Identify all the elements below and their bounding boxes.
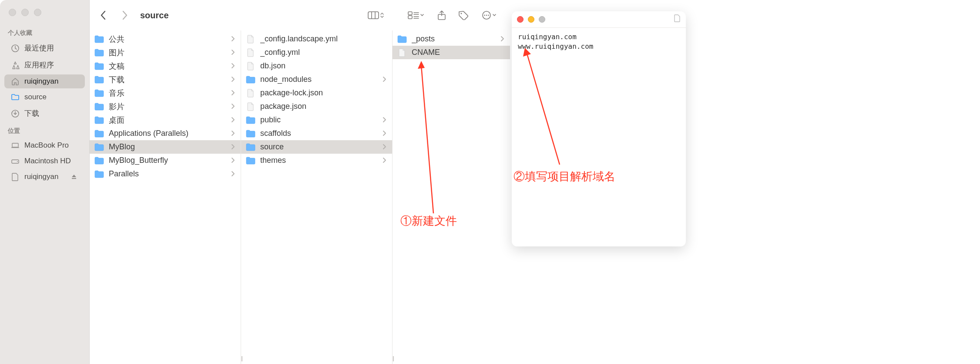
- chevron-right-icon: [383, 130, 386, 137]
- sidebar-item-volume[interactable]: ruiqingyan: [4, 170, 85, 184]
- svg-rect-7: [408, 16, 412, 19]
- forward-button[interactable]: [116, 7, 134, 24]
- chevron-right-icon: [231, 144, 235, 151]
- view-mode-button[interactable]: [363, 7, 389, 23]
- column-row[interactable]: 桌面: [90, 113, 241, 127]
- sidebar-item-applications[interactable]: 应用程序: [4, 57, 85, 73]
- file-icon: [245, 35, 256, 44]
- row-label: scaffolds: [260, 129, 378, 138]
- chevron-right-icon: [383, 157, 386, 164]
- finder-sidebar: 个人收藏 最近使用 应用程序 ruiqingyan source: [0, 0, 90, 364]
- folder-icon: [245, 76, 256, 84]
- row-label: Parallels: [109, 169, 227, 179]
- svg-point-4: [17, 161, 18, 162]
- folder-icon: [94, 76, 104, 84]
- folder-icon: [397, 35, 407, 43]
- window-title: source: [140, 10, 169, 20]
- group-button[interactable]: [403, 7, 429, 23]
- column-row[interactable]: themes: [241, 154, 392, 167]
- sidebar-locations-header: 位置: [0, 122, 89, 138]
- sidebar-item-source[interactable]: source: [4, 90, 85, 104]
- column-row[interactable]: 文稿: [90, 59, 241, 73]
- column-row[interactable]: node_modules: [241, 73, 392, 86]
- clock-icon: [10, 44, 20, 53]
- row-label: Applications (Parallels): [109, 129, 227, 138]
- sidebar-item-label: ruiqingyan: [24, 172, 65, 181]
- chevron-down-icon: [492, 13, 497, 17]
- row-label: 公共: [109, 34, 227, 44]
- row-label: themes: [260, 156, 378, 165]
- column-row[interactable]: _config.yml: [241, 46, 392, 59]
- window-controls: [0, 6, 89, 24]
- column-row[interactable]: 公共: [90, 32, 241, 46]
- file-icon: [245, 102, 256, 111]
- close-window-button[interactable]: [9, 9, 16, 16]
- zoom-window-button[interactable]: [34, 9, 41, 16]
- column-row[interactable]: public: [241, 113, 392, 127]
- folder-icon: [94, 49, 104, 57]
- minimize-window-button[interactable]: [528, 16, 534, 23]
- column-row[interactable]: Parallels: [90, 167, 241, 181]
- svg-point-12: [486, 15, 487, 16]
- chevron-right-icon: [231, 36, 235, 43]
- column-row[interactable]: MyBlog: [90, 140, 241, 154]
- row-label: 文稿: [109, 61, 227, 71]
- svg-rect-2: [12, 143, 18, 147]
- column-row[interactable]: source: [241, 140, 392, 154]
- column-row[interactable]: MyBlog_Butterfly: [90, 154, 241, 167]
- column-row[interactable]: package.json: [241, 100, 392, 113]
- zoom-window-button[interactable]: [539, 16, 545, 23]
- finder-columns: 公共图片文稿下载音乐影片桌面Applications (Parallels)My…: [90, 30, 510, 364]
- eject-icon[interactable]: [69, 173, 79, 180]
- column-row[interactable]: _posts: [393, 32, 510, 46]
- chevron-right-icon: [231, 117, 235, 124]
- chevron-right-icon: [231, 49, 235, 56]
- column-row[interactable]: package-lock.json: [241, 86, 392, 100]
- svg-point-9: [461, 13, 462, 14]
- row-label: source: [260, 142, 378, 152]
- column-row[interactable]: 图片: [90, 46, 241, 59]
- annotation-2: ②填写项目解析域名: [513, 169, 615, 184]
- file-icon: [397, 48, 407, 57]
- row-label: public: [260, 115, 378, 125]
- action-button[interactable]: [476, 7, 502, 23]
- annotation-arrow-2: [520, 47, 573, 169]
- column-row[interactable]: db.json: [241, 59, 392, 73]
- sidebar-item-downloads[interactable]: 下载: [4, 106, 85, 121]
- folder-icon: [94, 143, 104, 151]
- folder-icon: [245, 143, 256, 151]
- disk-icon: [10, 157, 20, 165]
- finder-main: source: [90, 0, 510, 364]
- column-row[interactable]: CNAME: [393, 46, 510, 59]
- back-button[interactable]: [94, 7, 112, 24]
- svg-rect-5: [368, 12, 379, 19]
- row-label: 影片: [109, 101, 227, 112]
- sidebar-item-home[interactable]: ruiqingyan: [4, 74, 85, 88]
- minimize-window-button[interactable]: [21, 9, 29, 16]
- share-button[interactable]: [433, 7, 451, 23]
- column-row[interactable]: 影片: [90, 100, 241, 113]
- chevron-right-icon: [231, 157, 235, 164]
- column-row[interactable]: 下载: [90, 73, 241, 86]
- column-row[interactable]: 音乐: [90, 86, 241, 100]
- column-0: 公共图片文稿下载音乐影片桌面Applications (Parallels)My…: [90, 30, 241, 364]
- sidebar-item-macbook[interactable]: MacBook Pro: [4, 138, 85, 152]
- svg-rect-6: [408, 12, 412, 15]
- folder-icon: [94, 157, 104, 165]
- sidebar-item-disk[interactable]: Macintosh HD: [4, 154, 85, 168]
- tags-button[interactable]: [454, 7, 473, 23]
- chevron-right-icon: [231, 130, 235, 137]
- row-label: db.json: [260, 61, 386, 71]
- column-row[interactable]: scaffolds: [241, 127, 392, 140]
- sidebar-item-label: Macintosh HD: [24, 157, 71, 165]
- close-window-button[interactable]: [517, 16, 524, 23]
- folder-icon: [94, 170, 104, 178]
- sidebar-item-recent[interactable]: 最近使用: [4, 40, 85, 56]
- folder-icon: [94, 103, 104, 111]
- row-label: 下载: [109, 74, 227, 85]
- folder-icon: [94, 130, 104, 138]
- document-icon: [10, 172, 20, 181]
- sidebar-item-label: source: [24, 93, 47, 101]
- column-row[interactable]: Applications (Parallels): [90, 127, 241, 140]
- column-row[interactable]: _config.landscape.yml: [241, 32, 392, 46]
